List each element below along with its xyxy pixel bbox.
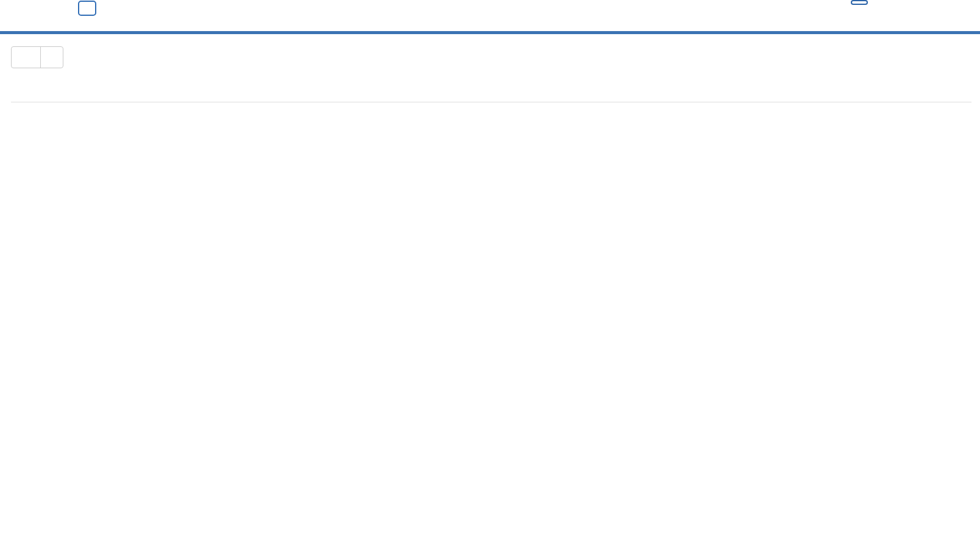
service-title	[41, 47, 63, 68]
active-tab-underline	[0, 31, 980, 34]
service-sub-tabs	[11, 80, 971, 102]
back-button[interactable]	[12, 47, 41, 68]
date-range-button[interactable]	[851, 0, 868, 5]
app-selector-dropdown[interactable]	[78, 1, 96, 16]
service-title-box	[11, 46, 63, 68]
